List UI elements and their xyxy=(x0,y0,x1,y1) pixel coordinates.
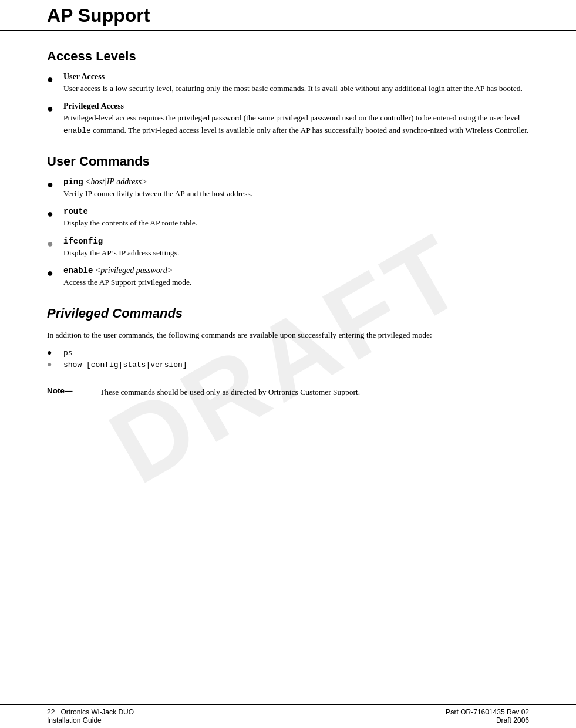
item-label: enable <privileged password> xyxy=(63,266,529,275)
privileged-intro: In addition to the user commands, the fo… xyxy=(47,329,529,341)
privileged-commands-list: ● ps ● show [config|stats|version] xyxy=(47,348,529,369)
note-label: Note— xyxy=(47,386,100,395)
bullet-icon: ● xyxy=(47,102,60,116)
item-content: Privileged Access Privileged-level acces… xyxy=(63,102,529,136)
bullet-icon: ● xyxy=(47,177,60,192)
bullet-icon: ● xyxy=(47,348,60,358)
item-content: User Access User access is a low securit… xyxy=(63,72,529,95)
item-label: User Access xyxy=(63,72,529,82)
item-desc: Access the AP Support privileged mode. xyxy=(63,277,529,288)
footer-left: 22 Ortronics Wi-Jack DUO Installation Gu… xyxy=(47,708,134,724)
item-desc: Verify IP connectivity between the AP an… xyxy=(63,188,529,200)
footer-page-company: 22 Ortronics Wi-Jack DUO xyxy=(47,708,134,716)
page-footer: 22 Ortronics Wi-Jack DUO Installation Gu… xyxy=(0,704,576,728)
list-item: ● route Display the contents of the AP r… xyxy=(47,207,529,229)
item-content: ifconfig Display the AP’s IP address set… xyxy=(63,237,529,259)
item-label: Privileged Access xyxy=(63,102,529,111)
list-item: ● ps xyxy=(47,348,529,358)
page-header: AP Support xyxy=(0,0,576,31)
list-item: ● ifconfig Display the AP’s IP address s… xyxy=(47,237,529,259)
access-levels-heading: Access Levels xyxy=(47,49,529,64)
user-commands-list: ● ping <host|IP address> Verify IP conne… xyxy=(47,177,529,288)
list-item: ● show [config|stats|version] xyxy=(47,360,529,369)
item-label: ping <host|IP address> xyxy=(63,177,529,187)
bullet-icon: ● xyxy=(47,266,60,281)
note-text: These commands should be used only as di… xyxy=(100,386,360,398)
access-levels-list: ● User Access User access is a low secur… xyxy=(47,72,529,136)
list-item: ● enable <privileged password> Access th… xyxy=(47,266,529,288)
footer-part-number: Part OR-71601435 Rev 02 xyxy=(446,708,529,716)
item-desc: User access is a low security level, fea… xyxy=(63,83,529,95)
page-title: AP Support xyxy=(47,5,150,26)
item-label: route xyxy=(63,207,529,216)
page-content: Access Levels ● User Access User access … xyxy=(0,49,576,405)
command-code: ps xyxy=(63,349,73,358)
item-desc: Display the AP’s IP address settings. xyxy=(63,247,529,259)
list-item: ● User Access User access is a low secur… xyxy=(47,72,529,95)
user-commands-heading: User Commands xyxy=(47,154,529,169)
bullet-icon: ● xyxy=(47,237,60,251)
item-content: route Display the contents of the AP rou… xyxy=(63,207,529,229)
footer-draft: Draft 2006 xyxy=(446,716,529,724)
item-content: ping <host|IP address> Verify IP connect… xyxy=(63,177,529,200)
bullet-icon: ● xyxy=(47,360,60,369)
bullet-icon: ● xyxy=(47,72,60,87)
footer-doc-type: Installation Guide xyxy=(47,716,134,724)
list-item: ● ping <host|IP address> Verify IP conne… xyxy=(47,177,529,200)
command-code: show [config|stats|version] xyxy=(63,360,187,369)
item-content: enable <privileged password> Access the … xyxy=(63,266,529,288)
footer-right: Part OR-71601435 Rev 02 Draft 2006 xyxy=(446,708,529,724)
item-desc: Display the contents of the AP route tab… xyxy=(63,217,529,229)
privileged-commands-heading: Privileged Commands xyxy=(47,306,529,321)
bullet-icon: ● xyxy=(47,207,60,221)
item-label: ifconfig xyxy=(63,237,529,246)
note-box: Note— These commands should be used only… xyxy=(47,380,529,405)
list-item: ● Privileged Access Privileged-level acc… xyxy=(47,102,529,136)
item-desc: Privileged-level access requires the pri… xyxy=(63,112,529,136)
